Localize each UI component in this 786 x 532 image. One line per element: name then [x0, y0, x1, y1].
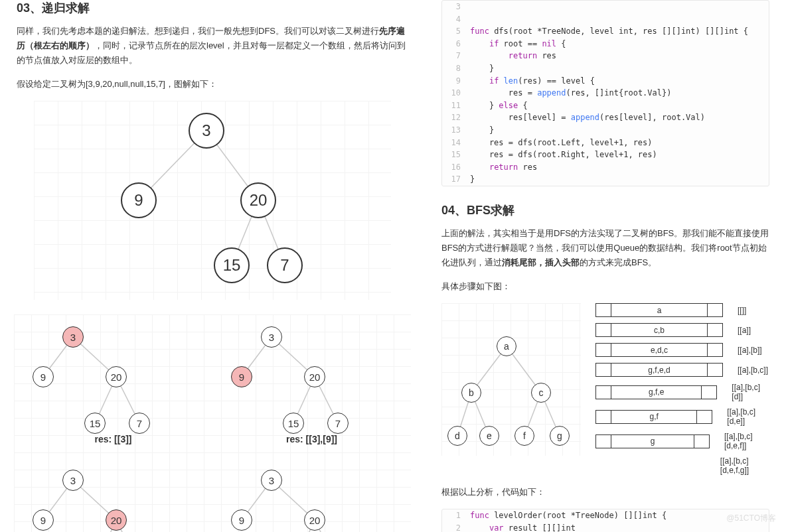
mini-caption: res: [[3]] — [17, 434, 210, 444]
bfs-row: e,d,c[[a],[b]] — [595, 343, 769, 357]
code-line: 2 var result [][]int — [442, 522, 769, 532]
mini-node: 3 — [261, 326, 282, 348]
bfs-result: [[a],[b]] — [738, 346, 762, 355]
code-line: 17} — [442, 173, 769, 186]
code-line: 13 } — [442, 124, 769, 137]
bfs-queue: a — [595, 303, 723, 317]
mini-node: 3 — [261, 470, 282, 491]
code-line: 1func levelOrder(root *TreeNode) [][]int… — [442, 509, 769, 522]
mini-node: 15 — [283, 413, 304, 434]
code-line: 3 — [442, 1, 769, 13]
bfs-row: c,b[[a]] — [595, 323, 769, 337]
bfs-result: [[a]] — [738, 326, 751, 335]
tree-node-20: 20 — [240, 182, 276, 218]
bfs-result: [[a],[b,c][d,e,f]] — [724, 432, 769, 450]
bfs-row: g,f[[a],[b,c][d,e]] — [595, 407, 769, 426]
code-line: 10 res = append(res, []int{root.Val}) — [442, 87, 769, 100]
bfs-result: [[a],[b,c][d,e]] — [727, 407, 769, 426]
bfs-queue: g,f,e — [595, 385, 717, 399]
mini-tree-3: 3920157res: [[3],[9,20],[15,7]] — [212, 458, 411, 532]
mini-node: 20 — [106, 366, 127, 387]
code-block-dfs: 345func dfs(root *TreeNode, level int, r… — [441, 0, 769, 186]
bfs-row: g,f,e[[a],[b,c][d]] — [595, 383, 769, 401]
section-03-desc: 同样，我们先考虑本题的递归解法。想到递归，我们一般先想到DFS。我们可以对该二叉… — [17, 24, 408, 68]
section-04-title: 04、BFS求解 — [441, 202, 769, 218]
mini-node: 9 — [33, 509, 54, 531]
mini-node: 15 — [84, 413, 106, 434]
tree-node-9: 9 — [121, 182, 157, 218]
section-03-title: 03、递归求解 — [17, 0, 408, 16]
section-04-desc: 上面的解法，其实相当于是用DFS的方法实现了二叉树的BFS。那我们能不能直接使用… — [441, 226, 769, 270]
bfs-node-d: d — [447, 426, 467, 446]
bfs-result: [[a],[b,c]] — [738, 366, 768, 375]
code-block-bfs: 1func levelOrder(root *TreeNode) [][]int… — [441, 509, 769, 532]
bfs-queue: g,f — [595, 410, 712, 424]
mini-node: 9 — [231, 366, 252, 387]
mini-tree-2: 3920157res: [[3],[9,20]] — [14, 458, 212, 532]
code-line: 7 return res — [442, 50, 769, 62]
mini-node: 9 — [33, 366, 54, 387]
mini-node: 7 — [327, 413, 349, 434]
bfs-result: [[a],[b,c][d]] — [732, 383, 769, 401]
bfs-node-f: f — [514, 426, 534, 446]
mini-caption: res: [[3],[9]] — [215, 434, 408, 444]
bfs-row: g,f,e,d[[a],[b,c]] — [595, 363, 769, 377]
mini-node: 20 — [106, 509, 127, 531]
section-03-example: 假设给定二叉树为[3,9,20,null,null,15,7]，图解如下： — [17, 77, 408, 92]
code-line: 14 res = dfs(root.Left, level+1, res) — [442, 137, 769, 149]
code-line: 16 return res — [442, 161, 769, 174]
code-line: 15 res = dfs(root.Right, level+1, res) — [442, 149, 769, 161]
bfs-row: a[[]] — [595, 303, 769, 317]
bfs-row: [[a],[b,c][d,e,f,g]] — [595, 456, 769, 475]
mini-node: 3 — [62, 470, 84, 491]
main-tree-diagram: 3 9 20 15 7 — [34, 101, 391, 300]
mini-tree-grid: 3920157res: [[3]]3920157res: [[3],[9]]39… — [14, 314, 411, 532]
mini-node: 3 — [62, 326, 84, 348]
code-line: 9 if len(res) == level { — [442, 75, 769, 88]
bfs-queue: g,f,e,d — [595, 363, 723, 377]
mini-node: 9 — [231, 509, 252, 531]
bfs-result: [[a],[b,c][d,e,f,g]] — [720, 456, 769, 475]
code-line: 5func dfs(root *TreeNode, level int, res… — [442, 25, 769, 38]
bfs-node-c: c — [531, 383, 551, 403]
code-line: 4 — [442, 13, 769, 26]
watermark: @51CTO博客 — [726, 513, 776, 524]
bfs-result: [[]] — [738, 306, 746, 315]
mini-tree-1: 3920157res: [[3],[9]] — [212, 314, 411, 458]
code-line: 8 } — [442, 62, 769, 75]
mini-node: 20 — [304, 366, 325, 387]
mini-node: 20 — [304, 509, 325, 531]
bfs-diagram: a b c d e f g a[[]]c,b[[a]]e,d,c[[a],[b]… — [441, 303, 769, 481]
mini-tree-0: 3920157res: [[3]] — [14, 314, 212, 458]
bfs-row: g[[a],[b,c][d,e,f]] — [595, 432, 769, 450]
bfs-code-label: 根据以上分析，代码如下： — [441, 485, 769, 499]
tree-node-7: 7 — [267, 247, 303, 283]
bfs-queue: g — [595, 434, 710, 448]
bfs-node-e: e — [479, 426, 499, 446]
bfs-queue: c,b — [595, 323, 723, 337]
code-line: 12 res[level] = append(res[level], root.… — [442, 111, 769, 124]
bfs-node-g: g — [550, 426, 570, 446]
code-line: 6 if root == nil { — [442, 38, 769, 50]
tree-node-15: 15 — [214, 247, 250, 283]
bfs-steps-label: 具体步骤如下图： — [441, 279, 769, 294]
bfs-queue: e,d,c — [595, 343, 723, 357]
bfs-node-b: b — [461, 383, 481, 403]
code-line: 11 } else { — [442, 100, 769, 112]
bfs-node-a: a — [497, 336, 516, 356]
tree-node-3: 3 — [189, 113, 224, 149]
mini-node: 7 — [129, 413, 150, 434]
